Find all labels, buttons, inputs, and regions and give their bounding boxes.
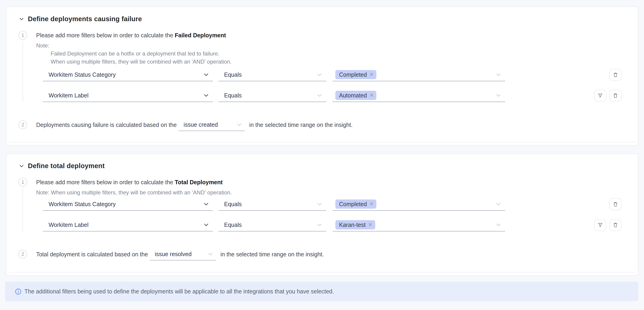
value-select[interactable]: Completed✕: [332, 198, 505, 211]
step-number-badge: 1: [18, 31, 27, 40]
operator-select[interactable]: Equals: [218, 89, 326, 102]
step-instruction: Please add more filters below in order t…: [36, 178, 622, 186]
step-2-total-deployment: 2 Total deployment is calculated based o…: [18, 248, 622, 260]
section-header-failed-deployment[interactable]: Define deployments causing failure: [18, 14, 622, 24]
step-instruction-text: Please add more filters below in order t…: [36, 179, 175, 186]
tag-label: Karan-test: [339, 222, 366, 228]
chevron-down-icon: [203, 71, 210, 78]
step-badge-column: 1: [18, 31, 27, 102]
chevron-down-icon: [316, 71, 323, 78]
operator-select-value: Equals: [224, 201, 242, 208]
selected-value-tag: Completed✕: [335, 200, 376, 209]
delete-filter-button[interactable]: [610, 198, 622, 210]
chevron-down-icon: [316, 200, 323, 208]
filter-rows: Workitem Status Category Equals Complete…: [43, 68, 622, 102]
step-2-failed-deployment: 2 Deployments causing failure is calcula…: [18, 118, 622, 131]
filter-row-actions: [594, 90, 622, 102]
operator-select[interactable]: Equals: [218, 68, 326, 81]
funnel-icon: [597, 92, 603, 98]
chevron-down-icon: [18, 16, 25, 22]
card-footer-divider: [9, 142, 635, 142]
calculation-basis-row: Total deployment is calculated based on …: [36, 248, 324, 260]
remove-tag-icon[interactable]: ✕: [370, 93, 374, 98]
trash-icon: [612, 92, 618, 98]
step-badge-column: 2: [18, 250, 27, 259]
field-select[interactable]: Workitem Label: [43, 89, 213, 102]
filter-row: Workitem Label Equals Karan-test✕: [43, 218, 622, 232]
chevron-down-icon: [236, 121, 243, 128]
calculation-basis-value: issue created: [184, 121, 218, 128]
filter-row: Workitem Label Equals Automated✕: [43, 89, 622, 102]
section-header-total-deployment[interactable]: Define total deployment: [18, 161, 622, 171]
operator-select-value: Equals: [224, 92, 242, 99]
chevron-down-icon: [495, 200, 502, 208]
add-sub-filter-button[interactable]: [594, 90, 606, 102]
calculation-basis-select[interactable]: issue resolved: [150, 248, 216, 260]
tag-label: Completed: [339, 72, 367, 78]
step-connector-line: [22, 41, 23, 102]
remove-tag-icon[interactable]: ✕: [370, 72, 374, 77]
chevron-down-icon: [207, 250, 214, 258]
step-number-badge: 2: [18, 250, 27, 259]
field-select[interactable]: Workitem Label: [43, 218, 213, 232]
filter-row-actions: [610, 198, 622, 210]
step-1-total-deployment: 1 Please add more filters below in order…: [18, 178, 622, 246]
remove-tag-icon[interactable]: ✕: [368, 222, 372, 227]
delete-filter-button[interactable]: [610, 90, 622, 102]
field-select-value: Workitem Status Category: [48, 201, 116, 208]
tag-label: Automated: [339, 92, 367, 99]
section-title: Define deployments causing failure: [28, 15, 142, 23]
chevron-down-icon: [495, 221, 502, 228]
funnel-icon: [597, 222, 603, 228]
operator-select[interactable]: Equals: [218, 218, 326, 232]
add-sub-filter-button[interactable]: [594, 219, 606, 231]
info-banner-text: The additional filters being used to def…: [24, 288, 334, 295]
info-banner: The additional filters being used to def…: [5, 282, 638, 301]
field-select[interactable]: Workitem Status Category: [43, 198, 213, 211]
card-footer-divider: [9, 272, 635, 272]
note-line: Note: When using multiple filters, they …: [36, 188, 622, 196]
selected-value-tag: Completed✕: [335, 70, 376, 79]
calculation-basis-value: issue resolved: [155, 251, 192, 258]
filter-row: Workitem Status Category Equals Complete…: [43, 198, 622, 211]
selected-value-tag: Automated✕: [335, 91, 376, 100]
section-title: Define total deployment: [28, 162, 104, 170]
chevron-down-icon: [316, 221, 323, 228]
section-define-total-deployment: Define total deployment 1 Please add mor…: [6, 154, 638, 276]
chevron-down-icon: [495, 92, 502, 99]
section-define-deployments-causing-failure: Define deployments causing failure 1 Ple…: [6, 6, 638, 146]
step-content: Please add more filters below in order t…: [36, 31, 622, 102]
filter-rows: Workitem Status Category Equals Complete…: [43, 198, 622, 232]
operator-select-value: Equals: [224, 72, 242, 78]
operator-select-value: Equals: [224, 222, 242, 228]
chevron-down-icon: [203, 200, 210, 208]
trash-icon: [612, 201, 618, 207]
note-line: Failed Deployment can be a hotfix or a d…: [51, 50, 622, 58]
value-select[interactable]: Karan-test✕: [332, 218, 505, 232]
calculation-suffix: in the selected time range on the insigh…: [220, 251, 324, 258]
remove-tag-icon[interactable]: ✕: [370, 202, 374, 206]
value-select[interactable]: Automated✕: [332, 89, 505, 102]
calculation-suffix: in the selected time range on the insigh…: [249, 122, 353, 128]
operator-select[interactable]: Equals: [218, 198, 326, 211]
step-instruction: Please add more filters below in order t…: [36, 31, 622, 40]
chevron-down-icon: [495, 71, 502, 78]
delete-filter-button[interactable]: [610, 69, 622, 81]
step-badge-column: 1: [18, 178, 27, 232]
filter-row: Workitem Status Category Equals Complete…: [43, 68, 622, 81]
note-line: When using multiple filters, they will b…: [51, 58, 622, 66]
chevron-down-icon: [203, 221, 210, 228]
chevron-down-icon: [203, 92, 210, 99]
selected-value-tag: Karan-test✕: [335, 220, 375, 230]
calculation-prefix: Total deployment is calculated based on …: [36, 251, 148, 258]
note-label: Note:: [36, 42, 622, 50]
value-select[interactable]: Completed✕: [332, 68, 505, 81]
step-number-badge: 1: [18, 178, 27, 186]
chevron-down-icon: [18, 163, 25, 169]
field-select[interactable]: Workitem Status Category: [43, 68, 213, 81]
calculation-basis-row: Deployments causing failure is calculate…: [36, 118, 353, 131]
delete-filter-button[interactable]: [610, 219, 622, 231]
tag-label: Completed: [339, 201, 367, 208]
calculation-basis-select[interactable]: issue created: [178, 118, 244, 131]
field-select-value: Workitem Status Category: [48, 72, 116, 78]
